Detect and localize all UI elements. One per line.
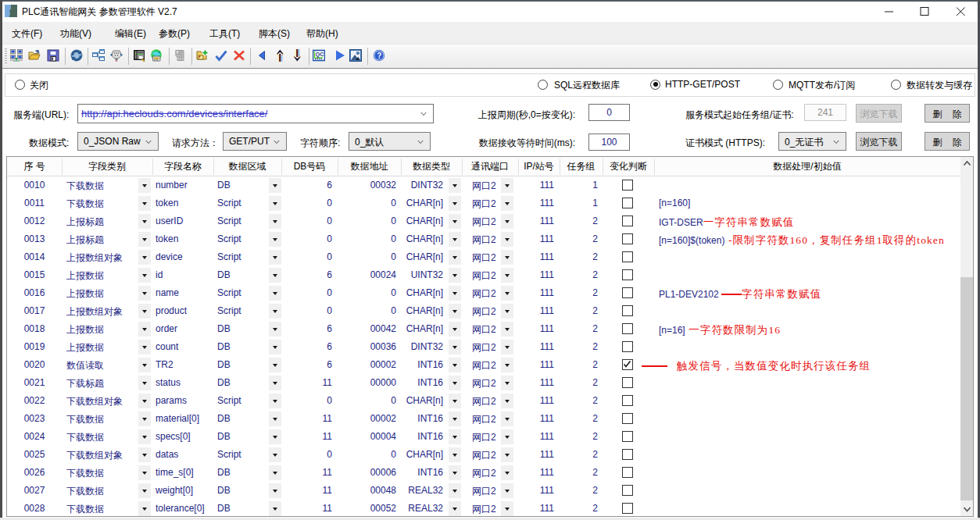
svg-text:?: ? bbox=[377, 52, 381, 60]
svg-text:QC: QC bbox=[316, 52, 324, 58]
